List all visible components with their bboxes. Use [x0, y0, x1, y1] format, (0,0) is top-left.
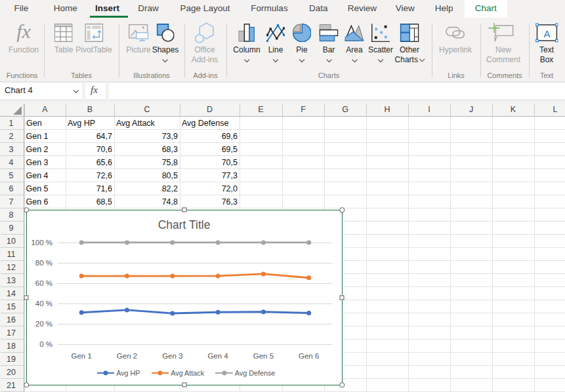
svg-text:A: A: [543, 28, 550, 39]
